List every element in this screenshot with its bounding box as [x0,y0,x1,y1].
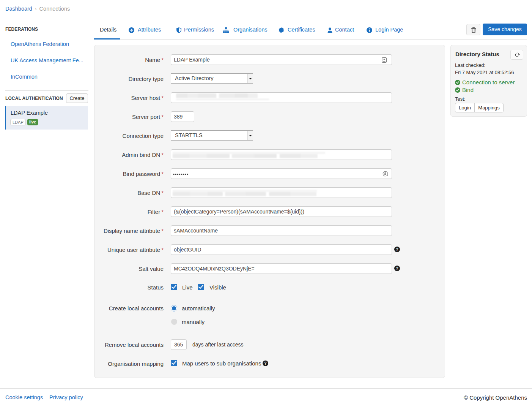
svg-text:?: ? [396,266,398,270]
svg-text:?: ? [264,361,266,365]
svg-text:?: ? [396,247,398,251]
